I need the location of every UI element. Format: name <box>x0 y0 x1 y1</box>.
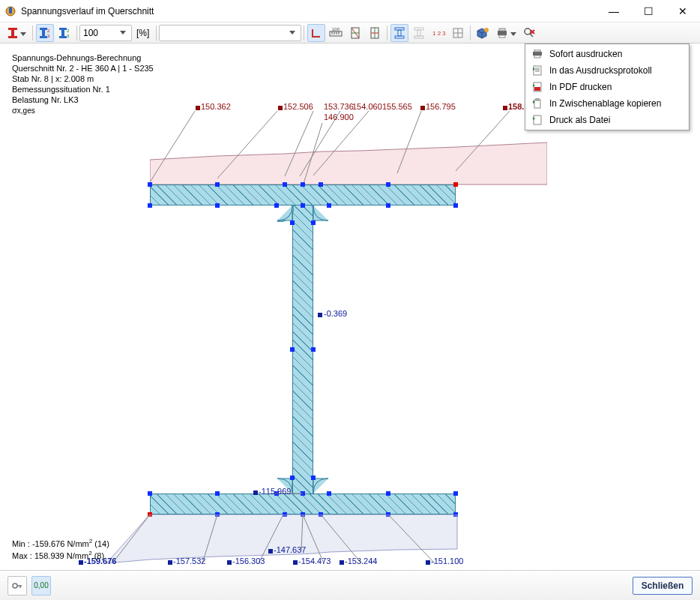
svg-point-37 <box>484 28 489 32</box>
clipboard-icon <box>530 98 545 109</box>
chevron-down-icon <box>287 31 298 34</box>
val-dot <box>196 106 200 110</box>
svg-rect-28 <box>398 30 401 36</box>
stress-value-top-4: 154.060 <box>352 102 382 111</box>
svg-text:3: 3 <box>47 34 50 38</box>
footer-key-button[interactable] <box>7 576 27 596</box>
svg-rect-29 <box>395 36 404 38</box>
flange-top <box>150 184 456 206</box>
val-dot <box>503 106 507 110</box>
decimals-icon: 0,00 <box>34 581 48 590</box>
web <box>292 206 313 494</box>
key-icon <box>11 580 23 592</box>
stress-value-bot-4: -156.303 <box>232 556 265 566</box>
tb-view-3d[interactable] <box>474 24 492 42</box>
tb-I-frame-secondary[interactable] <box>410 24 428 42</box>
titlebar: Spannungsverlauf im Querschnitt — ☐ ✕ <box>0 0 700 22</box>
tb-corner-axes[interactable] <box>307 24 325 42</box>
tb-grid[interactable] <box>449 24 467 42</box>
val-dot <box>268 549 273 554</box>
svg-rect-5 <box>40 28 47 30</box>
stress-value-bot-5: -147.637 <box>274 545 306 554</box>
svg-rect-15 <box>330 32 342 36</box>
report-icon <box>530 65 545 76</box>
svg-line-56 <box>112 514 150 563</box>
chevron-down-icon <box>510 28 516 38</box>
print-to-report[interactable]: In das Ausdrucksprotokoll <box>527 62 687 79</box>
tb-numbering[interactable]: 1 2 3 <box>429 24 447 42</box>
window-maximize[interactable]: ☐ <box>631 0 666 22</box>
svg-rect-64 <box>533 52 542 56</box>
tb-zoom-combo[interactable]: 100 <box>79 25 132 41</box>
svg-rect-1 <box>9 8 12 14</box>
tb-zoom-value: 100 <box>83 28 98 38</box>
val-dot <box>227 560 232 565</box>
footer-decimals-button[interactable]: 0,00 <box>31 576 51 596</box>
svg-rect-2 <box>8 28 17 30</box>
print-to-pdf[interactable]: In PDF drucken <box>527 79 687 95</box>
tb-section-set-b[interactable]: 23 <box>55 24 73 42</box>
val-dot <box>278 106 283 110</box>
svg-text:100: 100 <box>332 28 340 32</box>
pdf-icon <box>530 82 545 92</box>
tb-printer-dropdown[interactable] <box>493 24 519 42</box>
svg-rect-11 <box>61 30 64 36</box>
tb-section-red[interactable] <box>4 24 29 42</box>
val-dot <box>293 560 298 565</box>
svg-rect-39 <box>499 28 505 31</box>
tb-I-frame[interactable] <box>390 24 408 42</box>
tb-search-cancel[interactable] <box>520 24 538 42</box>
svg-rect-31 <box>417 30 420 36</box>
menu-label: In PDF drucken <box>545 82 612 92</box>
info-line-1: Spannungs-Dehnungs-Berechnung <box>12 52 154 63</box>
info-line-3: Stab Nr. 8 | x: 2.008 m <box>12 74 154 84</box>
svg-rect-32 <box>414 36 423 38</box>
svg-line-52 <box>456 111 510 171</box>
info-sigma: σx,ges <box>12 105 154 116</box>
svg-text:3: 3 <box>67 34 70 38</box>
stress-value-inner-bot: -115.969 <box>259 487 291 496</box>
file-icon <box>530 115 545 125</box>
svg-line-42 <box>530 34 533 37</box>
info-line-4: Bemessungssituation Nr. 1 <box>12 84 154 94</box>
window-buttons: — ☐ ✕ <box>597 0 700 22</box>
main-toolbar: 23 23 100 [%] 100 <box>0 22 700 44</box>
info-line-2: Querschnitt Nr. 2 - HE 360 A | 1 - S235 <box>12 63 154 74</box>
svg-text:2: 2 <box>67 28 70 33</box>
tb-results-combo[interactable] <box>159 25 301 41</box>
stress-value-top-2: 152.506 <box>283 102 313 111</box>
val-dot <box>168 560 172 565</box>
min-line: Min : -159.676 N/mm2 (14) <box>12 536 109 549</box>
chevron-down-icon <box>118 31 128 34</box>
svg-rect-7 <box>40 36 47 38</box>
stress-value-bot-3: -157.532 <box>173 556 205 566</box>
svg-rect-3 <box>11 30 14 36</box>
stress-value-bot-7: -153.244 <box>345 556 377 566</box>
svg-rect-73 <box>534 100 540 108</box>
svg-rect-10 <box>59 28 67 30</box>
svg-line-46 <box>150 111 195 182</box>
minmax-summary: Min : -159.676 N/mm2 (14) Max : 158.939 … <box>12 536 109 561</box>
svg-rect-6 <box>42 30 45 36</box>
print-immediately[interactable]: Sofort ausdrucken <box>527 46 687 62</box>
close-button[interactable]: Schließen <box>633 577 693 595</box>
svg-rect-38 <box>498 31 507 35</box>
window-title: Spannungsverlauf im Querschnitt <box>21 6 154 16</box>
copy-to-clipboard[interactable]: In Zwischenablage kopieren <box>527 95 687 112</box>
val-dot <box>340 560 344 565</box>
tb-section-set-a[interactable]: 23 <box>36 24 54 42</box>
svg-line-51 <box>397 111 421 173</box>
tb-stress-diagram-2[interactable] <box>366 24 384 42</box>
window-close[interactable]: ✕ <box>666 0 700 22</box>
menu-label: Sofort ausdrucken <box>545 49 622 59</box>
printer-icon <box>530 50 545 58</box>
svg-rect-72 <box>534 87 540 91</box>
tb-ruler[interactable]: 100 <box>327 24 345 42</box>
window-minimize[interactable]: — <box>597 0 631 22</box>
svg-line-62 <box>388 514 435 563</box>
stress-value-top-5: 155.565 <box>382 102 412 111</box>
print-to-file[interactable]: Druck als Datei <box>527 112 687 128</box>
menu-label: In Zwischenablage kopieren <box>545 98 661 109</box>
max-line: Max : 158.939 N/mm2 (8) <box>12 548 109 561</box>
tb-stress-diagram-1[interactable] <box>346 24 364 42</box>
